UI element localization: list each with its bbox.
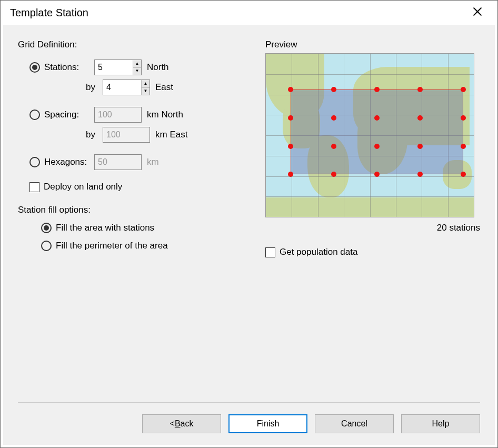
divider <box>18 402 480 403</box>
radio-spacing[interactable] <box>29 109 40 120</box>
footer: < Back Finish Cancel Help <box>18 402 480 433</box>
aoi-rect <box>291 89 463 174</box>
gridline <box>266 74 474 75</box>
finish-button[interactable]: Finish <box>228 414 307 433</box>
station-dot <box>331 87 336 92</box>
stations-north-spin[interactable]: ▲▼ <box>94 59 142 75</box>
station-dot <box>288 87 293 92</box>
cancel-button[interactable]: Cancel <box>315 414 394 433</box>
station-dot <box>461 144 466 149</box>
station-dot <box>461 172 466 177</box>
radio-hexagons[interactable] <box>29 157 40 167</box>
gridline <box>266 176 474 177</box>
station-dot <box>417 87 423 92</box>
spacing-east-spin[interactable] <box>103 127 150 143</box>
station-dot <box>461 115 466 121</box>
radio-stations[interactable] <box>29 62 40 73</box>
land-only-label: Deploy on land only <box>44 182 122 192</box>
station-dot <box>461 87 466 92</box>
stations-east-spin[interactable]: ▲▼ <box>103 79 150 95</box>
spacing-by-label: by <box>29 130 103 140</box>
spacing-east-unit: km East <box>155 130 187 140</box>
titlebar: Template Station <box>1 1 497 25</box>
stations-north-unit: North <box>147 62 169 73</box>
hexagons-spin[interactable] <box>94 154 142 170</box>
preview-panel: Preview 20 stations Get population data <box>265 39 480 262</box>
stations-east-unit: East <box>155 82 173 93</box>
gridline <box>266 196 474 197</box>
station-dot <box>417 172 423 177</box>
station-dot <box>374 115 380 121</box>
close-icon <box>472 6 483 17</box>
station-dot <box>417 115 423 121</box>
station-dot <box>374 172 380 177</box>
get-population-label: Get population data <box>280 247 357 257</box>
dialog-window: Template Station Grid Definition: Statio… <box>0 0 498 448</box>
stations-north-input[interactable] <box>95 60 133 75</box>
spacing-east-input[interactable] <box>103 127 141 142</box>
dialog-title: Template Station <box>10 7 88 19</box>
grid-definition-panel: Grid Definition: Stations: ▲▼ North by <box>18 39 250 262</box>
station-dot <box>331 144 336 149</box>
grid-definition-heading: Grid Definition: <box>18 39 250 50</box>
preview-map <box>265 53 474 217</box>
hexagons-unit: km <box>147 157 159 167</box>
fill-perimeter-label: Fill the perimeter of the area <box>56 241 168 251</box>
spacing-north-spin[interactable] <box>94 107 142 123</box>
check-get-population[interactable] <box>265 247 275 257</box>
spin-down-icon[interactable]: ▼ <box>133 68 141 75</box>
hexagons-input[interactable] <box>95 155 133 170</box>
spacing-label: Spacing: <box>44 109 94 120</box>
stations-east-input[interactable] <box>103 80 141 95</box>
back-button[interactable]: < Back <box>142 414 221 433</box>
stations-label: Stations: <box>44 62 94 73</box>
station-dot <box>288 144 293 149</box>
station-dot <box>331 172 336 177</box>
radio-fill-perimeter[interactable] <box>41 241 52 251</box>
fill-area-label: Fill the area with stations <box>56 223 154 233</box>
station-dot <box>374 87 380 92</box>
radio-fill-area[interactable] <box>41 223 52 233</box>
dialog-body: Grid Definition: Stations: ▲▼ North by <box>3 25 495 445</box>
preview-heading: Preview <box>265 39 480 50</box>
station-dot <box>288 172 293 177</box>
close-button[interactable] <box>467 6 488 19</box>
station-dot <box>374 144 380 149</box>
spacing-north-unit: km North <box>147 109 183 120</box>
station-dot <box>288 115 293 121</box>
spin-down-icon[interactable]: ▼ <box>142 88 150 95</box>
hexagons-label: Hexagons: <box>44 157 94 167</box>
station-dot <box>331 115 336 121</box>
fill-heading: Station fill options: <box>18 205 250 215</box>
spin-up-icon[interactable]: ▲ <box>133 60 141 68</box>
station-dot <box>417 144 423 149</box>
spacing-north-input[interactable] <box>95 107 133 122</box>
check-land-only[interactable] <box>29 182 39 192</box>
stations-by-label: by <box>29 82 103 93</box>
help-button[interactable]: Help <box>401 414 480 433</box>
station-count: 20 stations <box>265 223 480 233</box>
spin-up-icon[interactable]: ▲ <box>142 80 150 88</box>
